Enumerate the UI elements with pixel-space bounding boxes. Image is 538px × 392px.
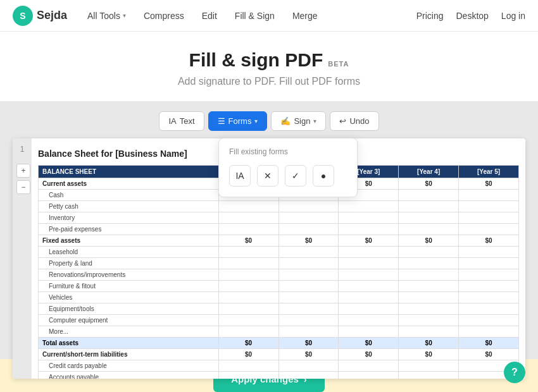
undo-button[interactable]: ↩ Undo bbox=[330, 111, 378, 131]
table-cell-value bbox=[218, 292, 278, 303]
table-cell-value bbox=[278, 212, 339, 224]
table-cell-value: $0 bbox=[459, 338, 519, 349]
chevron-down-icon: ▾ bbox=[123, 12, 126, 19]
nav-all-tools[interactable]: All Tools ▾ bbox=[80, 6, 134, 26]
table-cell-value bbox=[278, 281, 339, 292]
nav-merge[interactable]: Merge bbox=[285, 6, 325, 26]
table-cell-label: Accounts payable bbox=[39, 372, 219, 379]
text-style-dot[interactable]: ● bbox=[313, 165, 334, 187]
table-cell-value bbox=[218, 247, 278, 258]
table-cell-label: Current/short-term liabilities bbox=[39, 349, 219, 360]
table-cell-value bbox=[218, 315, 278, 326]
table-cell-value bbox=[339, 303, 399, 315]
table-cell-value bbox=[459, 212, 519, 224]
table-cell-value: $0 bbox=[399, 178, 459, 190]
page-number: 1 + − bbox=[13, 138, 32, 379]
table-cell-value bbox=[459, 315, 519, 326]
table-cell-value: $0 bbox=[399, 338, 459, 349]
table-cell-label: Current assets bbox=[39, 178, 219, 190]
table-cell-value bbox=[399, 315, 459, 326]
table-cell-value bbox=[339, 360, 399, 372]
table-cell-value bbox=[339, 258, 399, 269]
forms-dropdown: Fill existing forms IA ✕ ✓ ● bbox=[218, 138, 358, 197]
table-cell-value: $0 bbox=[339, 349, 399, 360]
table-cell-value bbox=[218, 269, 278, 281]
table-cell-value: $0 bbox=[218, 338, 278, 349]
table-row: Credit cards payable bbox=[39, 360, 519, 372]
nav-links: All Tools ▾ Compress Edit Fill & Sign Me… bbox=[80, 6, 416, 26]
hero-section: Fill & sign PDF BETA Add signature to PD… bbox=[0, 32, 538, 101]
logo-icon: S bbox=[13, 6, 33, 26]
nav-edit[interactable]: Edit bbox=[194, 6, 225, 26]
table-cell-value bbox=[399, 258, 459, 269]
table-cell-value bbox=[278, 315, 339, 326]
table-cell-value bbox=[339, 281, 399, 292]
text-tool-button[interactable]: IA Text bbox=[159, 111, 204, 131]
nav-fill-sign[interactable]: Fill & Sign bbox=[227, 6, 282, 26]
text-style-ia[interactable]: IA bbox=[229, 165, 251, 187]
table-cell-label: Vehicles bbox=[39, 292, 219, 303]
table-cell-value bbox=[459, 281, 519, 292]
undo-icon: ↩ bbox=[339, 116, 346, 126]
table-cell-value bbox=[339, 292, 399, 303]
col-header-year5: [Year 5] bbox=[459, 166, 519, 178]
toolbar: IA Text ☰ Forms ▾ ✍ Sign ▾ ↩ Undo Fill e… bbox=[13, 111, 525, 131]
table-cell-value bbox=[278, 303, 339, 315]
table-cell-value bbox=[339, 201, 399, 212]
table-cell-value bbox=[339, 224, 399, 235]
table-cell-value bbox=[399, 292, 459, 303]
table-row: Vehicles bbox=[39, 292, 519, 303]
table-cell-value bbox=[218, 326, 278, 338]
chevron-down-icon: ▾ bbox=[313, 118, 316, 125]
table-cell-value bbox=[459, 247, 519, 258]
table-cell-label: Total assets bbox=[39, 338, 219, 349]
sign-tool-button[interactable]: ✍ Sign ▾ bbox=[271, 111, 326, 131]
table-row: More... bbox=[39, 326, 519, 338]
table-cell-value bbox=[459, 303, 519, 315]
dropdown-options: IA ✕ ✓ ● bbox=[219, 161, 357, 190]
table-row: Property & land bbox=[39, 258, 519, 269]
table-cell-value bbox=[399, 247, 459, 258]
beta-badge: BETA bbox=[328, 60, 349, 68]
text-style-x[interactable]: ✕ bbox=[257, 165, 278, 187]
table-cell-value: $0 bbox=[218, 349, 278, 360]
table-row: Renovations/improvements bbox=[39, 269, 519, 281]
text-style-check[interactable]: ✓ bbox=[285, 165, 306, 187]
table-cell-value bbox=[278, 201, 339, 212]
table-cell-value bbox=[399, 269, 459, 281]
table-cell-label: Furniture & fitout bbox=[39, 281, 219, 292]
table-cell-value bbox=[459, 258, 519, 269]
page-title: Fill & sign PDF BETA bbox=[189, 49, 349, 71]
table-cell-value bbox=[399, 201, 459, 212]
table-cell-value bbox=[218, 258, 278, 269]
table-cell-label: Credit cards payable bbox=[39, 360, 219, 372]
brand-name: Sejda bbox=[37, 9, 67, 22]
forms-tool-button[interactable]: ☰ Forms ▾ bbox=[208, 111, 268, 131]
table-cell-value bbox=[278, 292, 339, 303]
table-cell-value bbox=[399, 212, 459, 224]
login-link[interactable]: Log in bbox=[501, 11, 525, 21]
help-button[interactable]: ? bbox=[504, 362, 525, 383]
table-cell-label: Computer equipment bbox=[39, 315, 219, 326]
table-cell-value: $0 bbox=[278, 338, 339, 349]
table-cell-value bbox=[399, 372, 459, 379]
table-row: Current/short-term liabilities$0$0$0$0$0 bbox=[39, 349, 519, 360]
dropdown-label: Fill existing forms bbox=[219, 145, 357, 161]
chevron-down-icon: ▾ bbox=[254, 118, 258, 125]
col-header-label: BALANCE SHEET bbox=[39, 166, 219, 178]
pricing-link[interactable]: Pricing bbox=[416, 11, 444, 21]
logo-link[interactable]: S Sejda bbox=[13, 6, 67, 26]
desktop-link[interactable]: Desktop bbox=[456, 11, 488, 21]
forms-icon: ☰ bbox=[218, 116, 225, 126]
table-cell-value: $0 bbox=[459, 178, 519, 190]
table-row: Furniture & fitout bbox=[39, 281, 519, 292]
table-row: Pre-paid expenses bbox=[39, 224, 519, 235]
table-cell-label: Leasehold bbox=[39, 247, 219, 258]
table-cell-value bbox=[278, 258, 339, 269]
table-cell-value bbox=[218, 303, 278, 315]
zoom-out-button[interactable]: − bbox=[16, 180, 30, 194]
nav-compress[interactable]: Compress bbox=[136, 6, 192, 26]
table-cell-label: Petty cash bbox=[39, 201, 219, 212]
table-cell-value bbox=[339, 212, 399, 224]
zoom-in-button[interactable]: + bbox=[16, 164, 30, 178]
